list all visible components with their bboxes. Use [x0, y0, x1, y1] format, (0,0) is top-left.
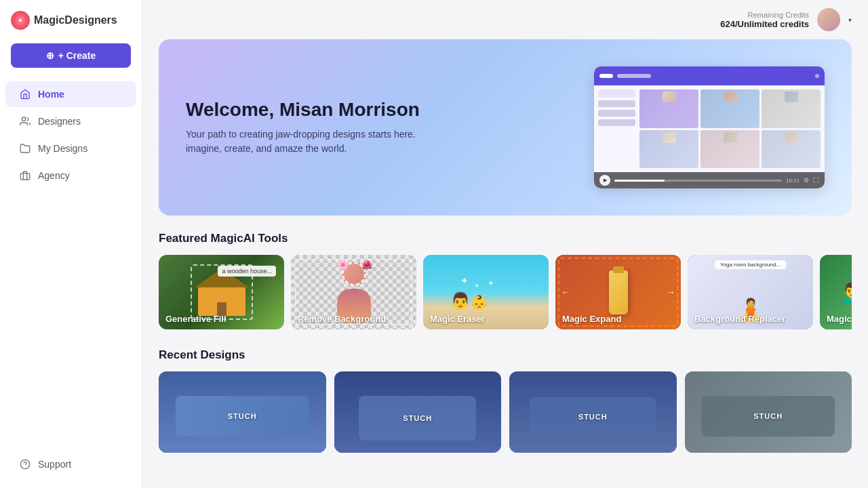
- svg-point-1: [22, 117, 25, 121]
- tool-label-generative-fill: Generative Fill: [165, 314, 226, 324]
- design-content-1: STUCH: [159, 371, 326, 453]
- design-4-label: STUCH: [753, 412, 783, 420]
- background-replacer-tooltip: Yoga room background...: [715, 260, 786, 269]
- tool-label-magic-expand: Magic Expand: [562, 314, 621, 324]
- sidebar-item-my-designs[interactable]: My Designs: [5, 136, 136, 161]
- sidebar-item-designers-label: Designers: [38, 116, 81, 127]
- hero-subtitle-2: imagine, create, and amaze the world.: [186, 142, 594, 156]
- tool-card-generative-fill[interactable]: a wooden house... Generative Fill: [159, 255, 284, 329]
- avatar-chevron-icon[interactable]: ▾: [848, 16, 852, 24]
- credits-value: 624/Unlimited credits: [720, 19, 809, 29]
- design-card-1[interactable]: STUCH: [159, 371, 326, 453]
- hero-banner: Welcome, Misan Morrison Your path to cre…: [159, 39, 852, 216]
- hero-video: ▶ 10:11 ⚙ ⛶: [594, 66, 825, 188]
- sidebar-item-my-designs-label: My Designs: [38, 143, 87, 154]
- hero-title: Welcome, Misan Morrison: [186, 99, 594, 121]
- design-2-label: STUCH: [403, 414, 432, 422]
- design-1-label: STUCH: [228, 412, 257, 420]
- tool-card-magic-expand[interactable]: ← → Magic Expand: [555, 255, 681, 329]
- briefcase-icon: [19, 169, 31, 182]
- play-button[interactable]: ▶: [599, 175, 610, 186]
- video-body: [594, 85, 825, 172]
- logo-text: MagicDesigners: [34, 14, 117, 26]
- sidebar-item-agency[interactable]: Agency: [5, 163, 136, 188]
- generative-tooltip: a wooden house...: [218, 266, 276, 277]
- recent-designs-heading: Recent Designs: [159, 348, 852, 362]
- credits-area: Remaining Credits 624/Unlimited credits: [720, 11, 809, 29]
- video-top-bar-btn: [617, 74, 651, 78]
- video-settings-icon[interactable]: ⚙: [804, 177, 809, 184]
- create-plus-icon: ⊕: [46, 50, 54, 61]
- folder-icon: [19, 142, 31, 155]
- hero-subtitle-1: Your path to creating jaw-dropping desig…: [186, 127, 594, 142]
- featured-tools-heading: Featured MagicAI Tools: [159, 232, 852, 245]
- main-content: Remaining Credits 624/Unlimited credits …: [142, 0, 868, 488]
- progress-fill: [614, 180, 665, 182]
- design-card-4[interactable]: STUCH: [685, 371, 852, 453]
- tool-card-magic-eraser[interactable]: 👨 👶 ✦ ✦ ✦ Magic Eraser: [423, 255, 549, 329]
- design-content-4: STUCH: [685, 371, 852, 453]
- home-icon: [19, 88, 31, 100]
- support-label: Support: [38, 459, 71, 470]
- tool-label-magic-eraser: Magic Eraser: [430, 314, 485, 324]
- credits-label: Remaining Credits: [720, 11, 809, 19]
- tools-grid: a wooden house... Generative Fill 🌸 🌺 Re…: [159, 255, 852, 329]
- tool-label-magic-upscaler: Magic Upscaler: [827, 314, 852, 324]
- video-top-bar: [594, 66, 825, 85]
- svg-rect-2: [20, 174, 29, 180]
- tool-card-magic-upscaler[interactable]: 👨‍🦱 🐕 ✦ ✦ ✦ Magic Upscaler: [820, 255, 852, 329]
- logo-area: MagicDesigners: [0, 11, 142, 43]
- video-sidebar: [598, 89, 635, 168]
- video-fullscreen-icon[interactable]: ⛶: [813, 177, 819, 184]
- sidebar: MagicDesigners ⊕ + Create Home Designers: [0, 0, 142, 488]
- video-time: 10:11: [786, 178, 800, 184]
- help-circle-icon: [19, 458, 31, 470]
- sidebar-item-designers[interactable]: Designers: [5, 108, 136, 134]
- topbar: Remaining Credits 624/Unlimited credits …: [142, 0, 868, 39]
- design-3-label: STUCH: [578, 413, 608, 421]
- designs-grid: STUCH STUCH STUCH: [159, 371, 852, 469]
- create-label: + Create: [58, 50, 96, 61]
- tool-card-background-replacer[interactable]: Yoga room background... 🧘 Background Rep…: [688, 255, 813, 329]
- design-card-3[interactable]: STUCH: [509, 371, 677, 453]
- sidebar-item-agency-label: Agency: [38, 170, 70, 181]
- sidebar-item-home-label: Home: [38, 89, 64, 100]
- design-card-2[interactable]: STUCH: [334, 371, 502, 453]
- tool-label-remove-background: Remove Background: [298, 314, 386, 324]
- sidebar-item-home[interactable]: Home: [5, 81, 136, 107]
- design-content-2: STUCH: [334, 371, 502, 453]
- tool-label-background-replacer: Background Replacer: [694, 314, 785, 324]
- video-inner: ▶ 10:11 ⚙ ⛶: [594, 66, 825, 188]
- sidebar-item-support[interactable]: Support: [5, 451, 136, 477]
- users-icon: [19, 115, 31, 127]
- tool-card-remove-background[interactable]: 🌸 🌺 Remove Background: [291, 255, 416, 329]
- video-grid: [639, 89, 821, 168]
- design-content-3: STUCH: [509, 371, 677, 453]
- video-top-bar-icons: [815, 74, 819, 78]
- create-button[interactable]: ⊕ + Create: [11, 43, 131, 68]
- logo-icon: [11, 11, 30, 30]
- user-avatar[interactable]: [817, 8, 840, 31]
- video-top-bar-logo: [599, 74, 613, 78]
- video-controls: ▶ 10:11 ⚙ ⛶: [594, 172, 825, 188]
- hero-text: Welcome, Misan Morrison Your path to cre…: [186, 99, 594, 156]
- progress-bar: [614, 180, 782, 182]
